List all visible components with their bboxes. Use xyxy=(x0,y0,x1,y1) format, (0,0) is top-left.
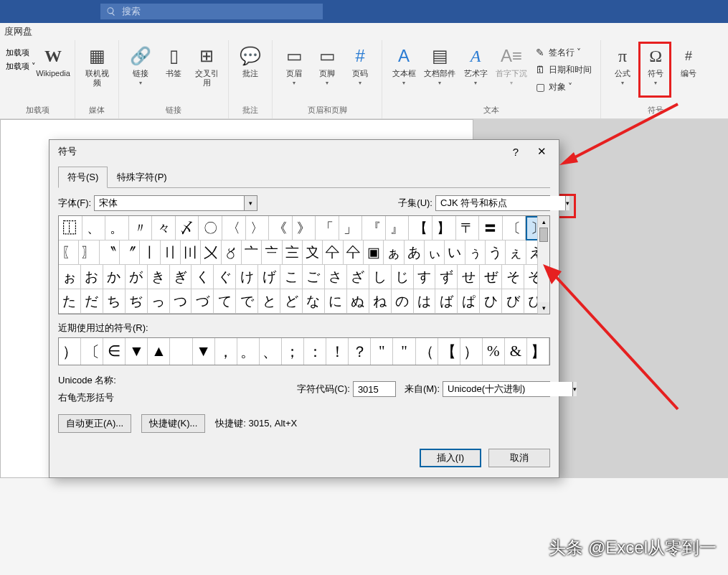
recent-symbol-cell[interactable] xyxy=(170,338,192,365)
symbol-cell[interactable]: か xyxy=(103,265,126,289)
ribbon-tab-label[interactable]: 度网盘 xyxy=(4,25,32,38)
recent-symbol-cell[interactable]: % xyxy=(483,338,505,365)
scroll-up-icon[interactable]: ▴ xyxy=(538,216,549,228)
help-button[interactable]: ? xyxy=(503,141,529,162)
scroll-thumb[interactable] xyxy=(539,228,548,242)
symbol-cell[interactable]: 【 xyxy=(409,216,432,240)
tab-symbols[interactable]: 符号(S) xyxy=(58,167,108,188)
symbol-cell[interactable]: げ xyxy=(258,265,280,289)
symbol-cell[interactable]: そ xyxy=(502,265,524,289)
font-input[interactable] xyxy=(95,196,244,210)
symbol-cell[interactable]: 㐃 xyxy=(323,240,343,265)
docparts-button[interactable]: ▤ 文档部件 ▾ xyxy=(421,43,458,89)
symbol-cell[interactable]: 〢 xyxy=(161,240,181,265)
recent-symbol-cell[interactable]: 。 xyxy=(237,338,260,365)
symbol-cell[interactable]: 『 xyxy=(362,216,386,240)
symbol-cell[interactable]: び xyxy=(502,289,524,314)
grid-scrollbar[interactable]: ▴ ▾ xyxy=(537,216,549,314)
symbol-cell[interactable]: 〦 xyxy=(242,240,262,265)
equation-button[interactable]: π 公式 ▾ xyxy=(607,43,638,89)
symbol-cell[interactable]: ど xyxy=(280,289,303,314)
recent-symbol-cell[interactable]: ▲ xyxy=(148,338,170,365)
symbol-cell[interactable]: ち xyxy=(103,289,126,314)
symbol-cell[interactable]: ず xyxy=(435,265,458,289)
symbol-cell[interactable]: 〝 xyxy=(100,240,120,265)
symbol-cell[interactable]: ぐ xyxy=(214,265,236,289)
symbol-cell[interactable]: ざ xyxy=(347,265,369,289)
symbol-cell[interactable]: 〗 xyxy=(79,240,99,265)
comment-button[interactable]: 💬 批注 xyxy=(235,43,266,81)
dropcap-button[interactable]: A≡ 首字下沉 ▾ xyxy=(493,43,530,89)
subset-combo[interactable]: ▾ xyxy=(435,195,550,211)
symbol-cell[interactable]: が xyxy=(126,265,148,289)
symbol-cell[interactable]: に xyxy=(325,289,347,314)
wordart-button[interactable]: A 艺术字 ▾ xyxy=(460,43,491,89)
close-button[interactable]: ✕ xyxy=(529,141,554,162)
recent-symbol-cell[interactable]: ▼ xyxy=(126,338,148,365)
insert-button[interactable]: 插入(I) xyxy=(420,449,481,467)
recent-symbol-cell[interactable]: 〔 xyxy=(81,338,103,365)
chevron-down-icon[interactable]: ▾ xyxy=(244,196,257,210)
tab-special-chars[interactable]: 特殊字符(P) xyxy=(108,167,176,188)
symbol-cell[interactable]: 』 xyxy=(386,216,410,240)
symbol-cell[interactable]: 㐃 xyxy=(344,240,364,265)
symbol-cell[interactable]: 〃 xyxy=(129,216,153,240)
symbol-cell[interactable]: つ xyxy=(170,289,192,314)
crossref-button[interactable]: ⊞ 交叉引用 xyxy=(191,43,222,90)
recent-symbol-cell[interactable]: ∈ xyxy=(103,338,126,365)
symbol-cell[interactable]: 。 xyxy=(105,216,129,240)
symbol-cell[interactable]: ぎ xyxy=(170,265,192,289)
symbol-cell[interactable]: ぅ xyxy=(465,240,486,265)
symbol-cell[interactable]: う xyxy=(486,240,506,265)
symbol-cell[interactable]: ぜ xyxy=(480,265,502,289)
symbol-cell[interactable]: あ xyxy=(405,240,425,265)
symbol-cell[interactable]: づ xyxy=(192,289,214,314)
recent-symbol-cell[interactable]: " xyxy=(371,338,393,365)
symbol-cell[interactable]: ぬ xyxy=(347,289,369,314)
symbol-cell[interactable]: ぉ xyxy=(59,265,81,289)
symbol-cell[interactable]: 〞 xyxy=(120,240,140,265)
symbol-cell[interactable]: 、 xyxy=(82,216,106,240)
symbol-cell[interactable]: こ xyxy=(280,265,303,289)
symbol-cell[interactable]: 〆 xyxy=(176,216,199,240)
symbol-cell[interactable]: ぱ xyxy=(458,289,480,314)
symbol-cell[interactable]: 》 xyxy=(293,216,316,240)
symbol-cell[interactable]: ぇ xyxy=(506,240,526,265)
recent-symbol-cell[interactable]: ， xyxy=(215,338,237,365)
symbol-cell[interactable]: 々 xyxy=(152,216,176,240)
link-button[interactable]: 🔗 链接 ▾ xyxy=(125,43,156,89)
recent-symbol-cell[interactable]: " xyxy=(393,338,415,365)
symbol-cell[interactable]: ぁ xyxy=(384,240,404,265)
wikipedia-button[interactable]: W Wikipedia xyxy=(37,43,69,81)
search-box[interactable]: 搜索 xyxy=(100,4,323,19)
symbol-cell[interactable]: 】 xyxy=(432,216,456,240)
font-combo[interactable]: ▾ xyxy=(94,195,257,211)
subset-input[interactable] xyxy=(436,196,565,210)
recent-symbol-cell[interactable]: ！ xyxy=(326,338,349,365)
symbol-cell[interactable]: ⿰ xyxy=(59,216,82,240)
symbol-cell[interactable]: ぃ xyxy=(425,240,445,265)
symbol-cell[interactable]: き xyxy=(148,265,170,289)
symbol-cell[interactable]: で xyxy=(236,289,258,314)
recent-symbol-cell[interactable]: & xyxy=(505,338,527,365)
recent-symbol-cell[interactable]: ▼ xyxy=(193,338,215,365)
autocorrect-button[interactable]: 自动更正(A)... xyxy=(58,414,131,433)
symbol-cell[interactable]: 〈 xyxy=(222,216,246,240)
symbol-cell[interactable]: な xyxy=(303,289,325,314)
datetime-button[interactable]: 🗓日期和时间 xyxy=(534,62,592,78)
symbol-cell[interactable]: だ xyxy=(81,289,103,314)
symbol-cell[interactable]: 〨 xyxy=(283,240,303,265)
from-combo[interactable]: ▾ xyxy=(443,381,550,397)
symbol-cell[interactable]: は xyxy=(414,289,436,314)
signature-button[interactable]: ✎签名行 ˅ xyxy=(534,45,592,60)
symbol-cell[interactable]: 〣 xyxy=(181,240,201,265)
recent-symbol-cell[interactable]: ： xyxy=(304,338,326,365)
cancel-button[interactable]: 取消 xyxy=(488,449,550,467)
symbol-cell[interactable]: せ xyxy=(458,265,480,289)
symbol-cell[interactable]: く xyxy=(192,265,214,289)
pagenum-button[interactable]: # 页码 ▾ xyxy=(344,43,376,89)
number-button[interactable]: # 编号 xyxy=(673,43,704,81)
symbol-cell[interactable]: 「 xyxy=(316,216,339,240)
symbol-cell[interactable]: お xyxy=(81,265,103,289)
header-button[interactable]: ▭ 页眉 ▾ xyxy=(278,43,310,89)
